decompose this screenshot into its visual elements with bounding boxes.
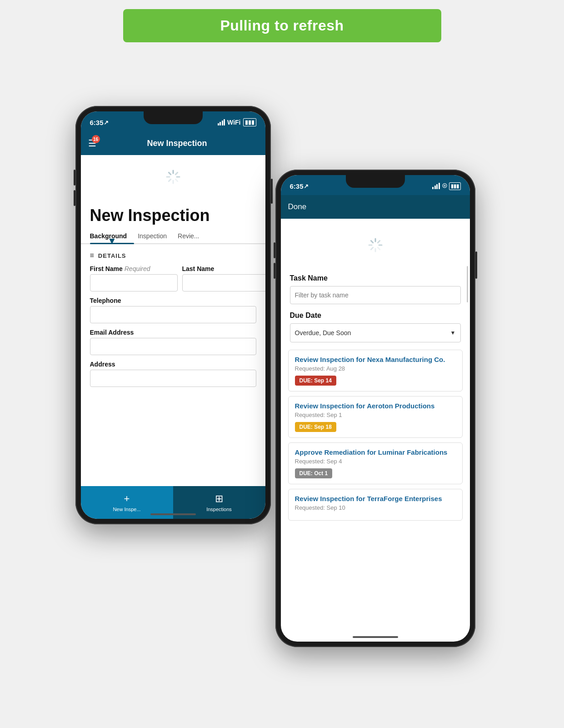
done-button[interactable]: Done (288, 202, 307, 211)
battery-icon-1: ▮▮▮ (243, 118, 256, 126)
wifi-icon-1: WiFi (227, 119, 240, 126)
first-name-group: First Name Required (90, 265, 178, 291)
svg-line-12 (371, 241, 373, 242)
last-name-label: Last Name (182, 265, 265, 272)
task-card-1[interactable]: Review Inspection for Aeroton Production… (288, 396, 463, 438)
page-title-1: New Inspection (81, 199, 265, 229)
name-row: First Name Required Last Name (81, 265, 265, 297)
task-title-1: Review Inspection for Aeroton Production… (295, 402, 456, 410)
due-badge-2: DUE: Oct 1 (295, 468, 333, 478)
due-badge-1: DUE: Sep 18 (295, 422, 336, 432)
task-list: Review Inspection for Nexa Manufacturing… (281, 350, 470, 525)
svg-line-14 (378, 241, 379, 242)
phone-2-screen: 6:35 ↗ ⦾ ▮▮▮ (281, 175, 470, 642)
vol-up-button-2 (274, 242, 275, 258)
home-indicator-1 (150, 513, 196, 515)
last-name-group: Last Name (182, 265, 265, 291)
due-badge-0: DUE: Sep 14 (295, 376, 336, 386)
wifi-icon-2: ⦾ (442, 182, 447, 190)
task-requested-3: Requested: Sep 10 (295, 504, 456, 511)
grid-icon: ⊞ (215, 493, 223, 505)
battery-icon-2: ▮▮▮ (449, 182, 461, 190)
power-button-2 (475, 251, 477, 279)
task-name-input[interactable] (290, 286, 461, 304)
task-requested-0: Requested: Aug 28 (295, 365, 456, 372)
status-icons-2: ⦾ ▮▮▮ (432, 182, 461, 190)
notch-2 (346, 175, 405, 188)
svg-line-7 (169, 179, 170, 181)
signal-2 (432, 183, 440, 189)
email-label: Email Address (90, 329, 256, 336)
scroll-indicator (467, 266, 468, 302)
last-name-input[interactable] (182, 274, 265, 291)
due-date-filter: Due Date Overdue, Due Soon ▼ (281, 311, 470, 350)
telephone-group: Telephone (81, 297, 265, 329)
vol-up-button-1 (74, 170, 75, 186)
task-card-3[interactable]: Review Inspection for TerraForge Enterpr… (288, 489, 463, 521)
banner: Pulling to refresh (123, 9, 441, 42)
time-1: 6:35 (90, 119, 104, 126)
notification-badge: 16 (92, 135, 100, 143)
details-icon: ≡ (90, 251, 95, 260)
svg-line-5 (175, 179, 177, 181)
svg-line-15 (371, 247, 373, 249)
task-name-filter: Task Name (281, 267, 470, 311)
nav-title-1: New Inspection (96, 139, 258, 148)
power-button-1 (271, 179, 273, 204)
task-card-0[interactable]: Review Inspection for Nexa Manufacturing… (288, 350, 463, 392)
nav-bar-2: Done (281, 195, 470, 219)
task-requested-2: Requested: Sep 4 (295, 458, 456, 465)
due-date-label: Due Date (290, 311, 461, 320)
plus-icon: + (124, 493, 130, 505)
spinner-1 (165, 169, 181, 185)
signal-1 (218, 119, 225, 126)
vol-down-button-1 (74, 190, 75, 206)
due-date-select[interactable]: Overdue, Due Soon ▼ (290, 323, 461, 342)
telephone-label: Telephone (90, 297, 256, 304)
task-title-2: Approve Remediation for Luminar Fabricat… (295, 448, 456, 456)
section-header-details: ≡ DETAILS (81, 251, 265, 265)
phone-2: 6:35 ↗ ⦾ ▮▮▮ (275, 170, 475, 647)
dropdown-arrow: ▼ (450, 330, 456, 336)
loading-area-1 (81, 155, 265, 199)
tab-background[interactable]: Background (90, 229, 135, 243)
svg-line-13 (378, 247, 379, 249)
spinner-2 (367, 237, 384, 253)
phones-container: 6:35 ↗ WiFi ▮▮▮ (66, 60, 498, 688)
task-title-0: Review Inspection for Nexa Manufacturing… (295, 356, 456, 363)
menu-icon-wrapper[interactable]: ☰ 16 (88, 138, 96, 149)
first-name-label: First Name Required (90, 265, 178, 272)
address-label: Address (90, 361, 256, 368)
home-indicator-2 (353, 636, 398, 638)
vol-down-button-2 (274, 263, 275, 279)
svg-line-6 (175, 172, 177, 174)
first-name-input[interactable] (90, 274, 178, 291)
nav-bar-1: ☰ 16 New Inspection (81, 131, 265, 155)
phone-1-screen: 6:35 ↗ WiFi ▮▮▮ (81, 111, 265, 519)
notch-1 (144, 111, 203, 124)
location-icon-2: ↗ (304, 183, 309, 190)
email-group: Email Address (81, 329, 265, 361)
svg-line-4 (169, 172, 170, 174)
task-title-3: Review Inspection for TerraForge Enterpr… (295, 495, 456, 502)
time-2: 6:35 (290, 182, 304, 190)
address-group: Address (81, 361, 265, 392)
task-requested-1: Requested: Sep 1 (295, 412, 456, 418)
tab-inspection[interactable]: Inspection (138, 229, 174, 243)
tab-review[interactable]: Revie... (178, 229, 206, 243)
phone-1: 6:35 ↗ WiFi ▮▮▮ (75, 106, 271, 524)
loading-area-2 (281, 219, 470, 267)
location-icon-1: ↗ (104, 119, 109, 126)
telephone-input[interactable] (90, 306, 256, 323)
banner-text: Pulling to refresh (220, 17, 344, 34)
address-input[interactable] (90, 370, 256, 387)
email-input[interactable] (90, 338, 256, 355)
task-card-2[interactable]: Approve Remediation for Luminar Fabricat… (288, 442, 463, 484)
status-icons-1: WiFi ▮▮▮ (218, 118, 256, 126)
required-indicator: Required (125, 265, 150, 272)
tabs-1: Background Inspection Revie... (81, 229, 265, 244)
task-name-label: Task Name (290, 274, 461, 282)
